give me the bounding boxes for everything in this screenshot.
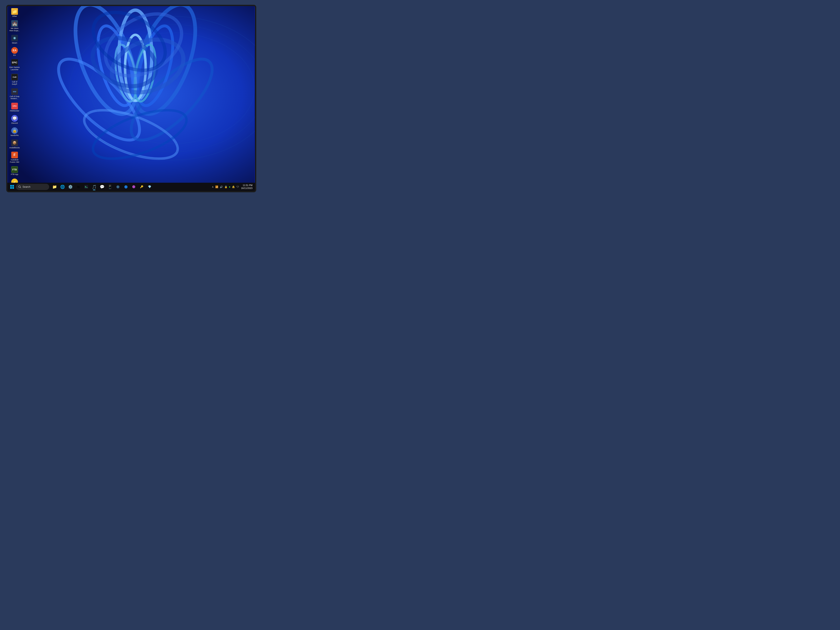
- desktop-icon-norton[interactable]: ✓ Norton Security: [9, 178, 21, 183]
- svg-point-23: [14, 37, 16, 39]
- taskbar-terminal[interactable]: [82, 183, 90, 191]
- ea-label: EA: [13, 54, 16, 57]
- tray-network-icon[interactable]: 📶: [215, 185, 219, 189]
- svg-rect-27: [12, 187, 14, 189]
- cpuid-label: HWMonitor: [10, 110, 19, 112]
- tray-notification-icon[interactable]: 🔔: [232, 185, 235, 189]
- taskbar-pinned-apps: 📁 🌐 ⚙️ 🛍 🎵 💬 📱: [51, 183, 153, 191]
- taskbar-steam[interactable]: [114, 183, 122, 191]
- modelblocks-label: modelblocks: [9, 147, 20, 149]
- ftb-label: FTB App: [11, 173, 18, 175]
- svg-rect-24: [10, 185, 12, 187]
- taskbar-app-extra2[interactable]: 🔑: [138, 183, 145, 191]
- taskbar-search-bar[interactable]: Search: [16, 184, 49, 190]
- desktop-icon-nordvpn[interactable]: 🔒 NordVPN: [9, 127, 21, 137]
- taskbar-app-extra1[interactable]: 🟣: [130, 183, 137, 191]
- desktop-screen: 📁 Other 🏰 We Were Here Expa... Steam: [8, 6, 255, 183]
- taskbar-discord[interactable]: 💬: [98, 183, 106, 191]
- tray-shield-icon[interactable]: 🛡: [236, 185, 239, 189]
- clock-date: 16/11/2023: [241, 187, 253, 189]
- tray-volume-icon[interactable]: 🔊: [219, 185, 223, 189]
- autodesk-label: Autodesk Fusion 360: [9, 159, 20, 163]
- nordvpn-label: NordVPN: [11, 134, 19, 137]
- taskbar-app-extra3[interactable]: 💎: [146, 183, 153, 191]
- desktop-icon-cod-modern[interactable]: MW Call of Duty Modern...: [9, 88, 21, 100]
- taskbar: Search 📁 🌐 ⚙️ 🛍 🎵 💬 📱: [8, 183, 255, 191]
- cod-modern-label: Call of Duty Modern...: [9, 95, 20, 100]
- svg-point-17: [119, 59, 152, 92]
- ftb-icon: FTB: [11, 166, 18, 173]
- desktop-icon-other[interactable]: 📁 Other: [9, 8, 21, 18]
- cpuid-icon: CPU: [11, 103, 18, 109]
- desktop-icon-cod[interactable]: CoD Call of Duty®: [9, 73, 21, 86]
- search-icon: [18, 185, 21, 188]
- desktop-icons: 📁 Other 🏰 We Were Here Expa... Steam: [9, 8, 21, 183]
- desktop-icon-ea[interactable]: EA EA: [9, 47, 21, 57]
- steam-icon: [11, 35, 18, 41]
- search-label: Search: [22, 185, 30, 188]
- cod-label: Call of Duty®: [9, 81, 20, 85]
- taskbar-edge[interactable]: 🌐: [59, 183, 66, 191]
- taskbar-right-section: ∧ 📶 🔊 🔒 ● 🔔 🛡 11:51 PM 16/11/2023: [212, 184, 253, 189]
- modelblocks-icon: 📦: [11, 140, 18, 146]
- system-clock[interactable]: 11:51 PM 16/11/2023: [240, 184, 253, 189]
- wallpaper: [8, 6, 255, 183]
- desktop-icon-we-were-here[interactable]: 🏰 We Were Here Expa...: [9, 20, 21, 32]
- windows-logo-icon: [10, 185, 14, 189]
- epic-icon: EPIC: [11, 59, 18, 66]
- taskbar-store[interactable]: 🛍: [74, 183, 82, 191]
- clock-time: 11:51 PM: [243, 184, 253, 187]
- desktop-icon-discord[interactable]: 💬 Discord: [9, 115, 21, 125]
- svg-line-29: [20, 187, 21, 188]
- taskbar-file-explorer[interactable]: 📁: [51, 183, 58, 191]
- desktop-icon-ftb[interactable]: FTB FTB App: [9, 166, 21, 176]
- monitor-frame: 📁 Other 🏰 We Were Here Expa... Steam: [6, 5, 256, 192]
- other-folder-icon: 📁: [11, 8, 18, 15]
- steam-label: Steam: [12, 42, 17, 44]
- svg-rect-26: [10, 187, 12, 189]
- desktop-icon-steam[interactable]: Steam: [9, 35, 21, 44]
- system-tray: ∧ 📶 🔊 🔒 ● 🔔 🛡: [212, 185, 239, 189]
- desktop-icon-modelblocks[interactable]: 📦 modelblocks: [9, 139, 21, 149]
- epic-label: Epic Games Launcher: [9, 66, 20, 71]
- start-button[interactable]: [9, 184, 15, 190]
- tray-vpn-icon[interactable]: 🔒: [224, 185, 228, 189]
- taskbar-browser2[interactable]: 🔵: [122, 183, 129, 191]
- svg-point-28: [19, 186, 21, 188]
- other-folder-label: Other: [12, 15, 17, 17]
- taskbar-spotify[interactable]: 🎵: [90, 183, 98, 191]
- discord-label: Discord: [11, 122, 18, 125]
- tray-chevron[interactable]: ∧: [212, 185, 214, 189]
- we-were-here-label: We Were Here Expa...: [9, 27, 20, 32]
- desktop-icon-autodesk[interactable]: F Autodesk Fusion 360: [9, 151, 21, 164]
- desktop-icon-cpuid[interactable]: CPU HWMonitor: [9, 102, 21, 112]
- autodesk-icon: F: [11, 152, 18, 158]
- svg-point-34: [117, 186, 118, 187]
- nordvpn-icon: 🔒: [11, 127, 18, 134]
- taskbar-settings[interactable]: ⚙️: [67, 183, 74, 191]
- we-were-here-icon: 🏰: [11, 20, 18, 27]
- discord-icon: 💬: [11, 115, 18, 122]
- taskbar-whatsapp[interactable]: 📱: [106, 183, 114, 191]
- svg-rect-25: [12, 185, 14, 187]
- cod-modern-icon: MW: [11, 88, 18, 95]
- ea-icon: EA: [11, 47, 18, 54]
- tray-green-icon[interactable]: ●: [229, 185, 231, 189]
- desktop-icon-epic[interactable]: EPIC Epic Games Launcher: [9, 59, 21, 71]
- norton-icon: ✓: [11, 178, 18, 183]
- cod-icon: CoD: [11, 74, 18, 81]
